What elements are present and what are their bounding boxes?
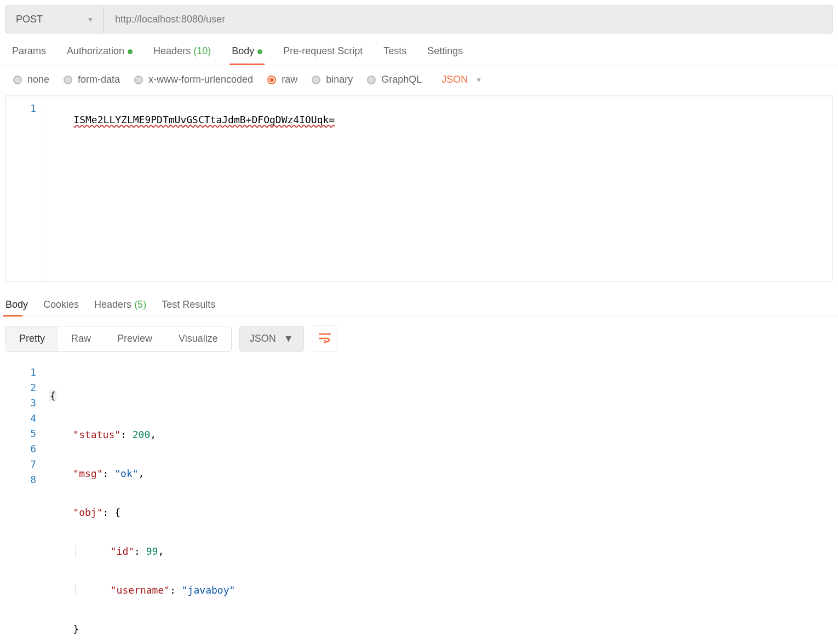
chevron-down-icon: ▼ <box>475 76 482 84</box>
tab-body-label: Body <box>232 45 254 56</box>
view-mode-group: Pretty Raw Preview Visualize <box>5 326 232 352</box>
line-number: 6 <box>5 441 36 457</box>
resp-line: "id": 99, <box>49 543 827 559</box>
tab-authorization-label: Authorization <box>67 45 124 56</box>
body-type-binary-label: binary <box>326 74 353 85</box>
resp-tab-body[interactable]: Body <box>5 299 28 316</box>
line-number: 1 <box>6 101 36 116</box>
chevron-down-icon: ▼ <box>87 16 94 24</box>
resp-tab-headers-count: (5) <box>134 299 146 310</box>
tab-headers-count: (10) <box>193 45 211 56</box>
body-type-graphql-label: GraphQL <box>381 74 422 85</box>
status-dot-icon <box>128 49 133 54</box>
tab-authorization[interactable]: Authorization <box>67 45 133 65</box>
body-type-urlencoded-label: x-www-form-urlencoded <box>148 74 253 85</box>
request-tabs: Params Authorization Headers (10) Body P… <box>0 33 838 65</box>
radio-icon <box>367 76 376 84</box>
response-toolbar: Pretty Raw Preview Visualize JSON ▼ <box>0 317 838 360</box>
http-method-value: POST <box>16 14 43 25</box>
radio-selected-icon <box>267 76 276 84</box>
status-dot-icon <box>257 49 262 54</box>
tab-headers[interactable]: Headers (10) <box>153 45 211 65</box>
body-type-urlencoded[interactable]: x-www-form-urlencoded <box>134 74 253 85</box>
line-number: 3 <box>5 395 36 411</box>
url-input[interactable]: http://localhost:8080/user <box>104 5 833 33</box>
http-method-select[interactable]: POST ▼ <box>5 5 104 33</box>
line-number: 4 <box>5 411 36 426</box>
view-mode-preview[interactable]: Preview <box>104 326 165 351</box>
resp-line: } <box>49 621 827 637</box>
body-type-none-label: none <box>27 74 49 85</box>
line-number: 2 <box>5 380 36 395</box>
response-lang-select[interactable]: JSON ▼ <box>239 326 304 352</box>
wrap-icon <box>318 333 331 344</box>
resp-tab-headers-label: Headers <box>94 299 131 310</box>
line-number: 5 <box>5 426 36 441</box>
body-type-none[interactable]: none <box>13 74 49 85</box>
resp-code[interactable]: { "status": 200, "msg": "ok", "obj": { "… <box>44 360 833 644</box>
resp-line: "status": 200, <box>49 427 827 442</box>
view-mode-raw[interactable]: Raw <box>58 326 104 351</box>
body-type-formdata-label: form-data <box>78 74 120 85</box>
body-type-raw[interactable]: raw <box>267 74 297 85</box>
resp-line: "username": "javaboy" <box>49 582 827 598</box>
url-value: http://localhost:8080/user <box>115 14 225 25</box>
resp-line: "msg": "ok", <box>49 465 827 481</box>
tab-params[interactable]: Params <box>12 45 46 65</box>
radio-icon <box>64 76 72 84</box>
resp-tab-cookies[interactable]: Cookies <box>43 299 79 316</box>
line-number: 1 <box>5 365 36 380</box>
body-type-graphql[interactable]: GraphQL <box>367 74 422 85</box>
tab-headers-label: Headers <box>153 45 191 56</box>
view-mode-visualize[interactable]: Visualize <box>165 326 231 351</box>
body-type-binary[interactable]: binary <box>312 74 353 85</box>
body-format-select[interactable]: JSON ▼ <box>441 74 482 85</box>
resp-line: { <box>49 388 827 404</box>
radio-icon <box>13 76 22 84</box>
resp-line: "obj": { <box>49 504 827 520</box>
tab-settings[interactable]: Settings <box>427 45 463 65</box>
view-mode-pretty[interactable]: Pretty <box>6 326 58 351</box>
request-body-editor[interactable]: 1 ISMe2LLYZLME9PDTmUvGSCTtaJdmB+DFOgDWz4… <box>5 95 833 281</box>
resp-tab-testresults[interactable]: Test Results <box>162 299 215 316</box>
resp-tab-headers[interactable]: Headers (5) <box>94 299 146 316</box>
response-tabs: Body Cookies Headers (5) Test Results <box>0 287 838 317</box>
line-number: 8 <box>5 472 36 487</box>
wrap-lines-button[interactable] <box>312 325 338 352</box>
tab-body[interactable]: Body <box>232 45 262 65</box>
editor-gutter: 1 <box>6 96 44 281</box>
tab-prerequest[interactable]: Pre-request Script <box>283 45 363 65</box>
radio-icon <box>134 76 143 84</box>
chevron-down-icon: ▼ <box>284 333 294 344</box>
body-type-row: none form-data x-www-form-urlencoded raw… <box>0 65 838 94</box>
response-body-editor[interactable]: 1 2 3 4 5 6 7 8 { "status": 200, "msg": … <box>0 360 838 644</box>
resp-gutter: 1 2 3 4 5 6 7 8 <box>5 360 44 644</box>
response-lang-value: JSON <box>250 333 276 344</box>
editor-code[interactable]: ISMe2LLYZLME9PDTmUvGSCTtaJdmB+DFOgDWz4IO… <box>44 96 832 281</box>
radio-icon <box>312 76 320 84</box>
body-type-raw-label: raw <box>282 74 297 85</box>
body-line-1: ISMe2LLYZLME9PDTmUvGSCTtaJdmB+DFOgDWz4IO… <box>73 112 335 128</box>
line-number: 7 <box>5 457 36 472</box>
body-type-formdata[interactable]: form-data <box>64 74 120 85</box>
tab-tests[interactable]: Tests <box>383 45 406 65</box>
body-format-value: JSON <box>441 74 468 85</box>
